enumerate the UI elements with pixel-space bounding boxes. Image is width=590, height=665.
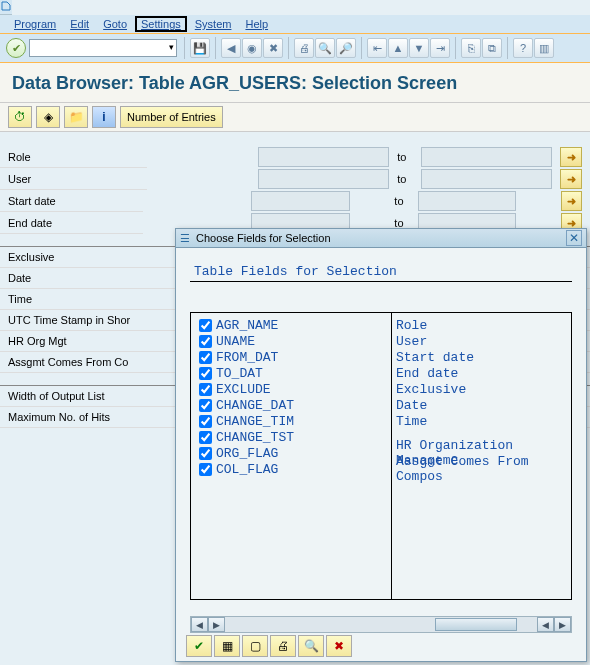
field-desc: Exclusive [396,381,567,397]
app-toolbar: ⏱ ◈ 📁 i Number of Entries [0,102,590,132]
field-checkbox[interactable] [199,399,212,412]
scroll-left-button[interactable]: ◀ [191,617,208,632]
entries-button[interactable]: Number of Entries [120,106,223,128]
field-checkbox[interactable] [199,319,212,332]
field-name: COL_FLAG [216,462,278,477]
deselect-all-button[interactable]: ▢ [242,635,268,657]
menu-goto[interactable]: Goto [97,16,133,32]
field-row: CHANGE_TST [195,429,387,445]
field-name: AGR_NAME [216,318,278,333]
role-multi-button[interactable]: ➜ [560,147,582,167]
cancel-button[interactable]: ✖ [326,635,352,657]
start-from-input[interactable] [251,191,350,211]
enter-button[interactable]: ✔ [6,38,26,58]
first-page-button[interactable]: ⇤ [367,38,387,58]
find-button[interactable]: 🔍 [315,38,335,58]
dialog-icon: ☰ [180,232,192,244]
save-button[interactable]: 💾 [190,38,210,58]
field-name: FROM_DAT [216,350,278,365]
end-label: End date [0,213,143,234]
role-label: Role [0,147,147,168]
menu-help[interactable]: Help [239,16,274,32]
scroll-thumb[interactable] [435,618,517,631]
field-checkbox[interactable] [199,447,212,460]
h-scrollbar[interactable]: ◀ ▶ ◀ ▶ [190,616,572,633]
field-checkbox[interactable] [199,463,212,476]
menu-settings[interactable]: Settings [135,16,187,32]
next-page-button[interactable]: ▼ [409,38,429,58]
field-desc: Role [396,317,567,333]
to-label: to [397,173,421,185]
menu-edit[interactable]: Edit [64,16,95,32]
scroll-left2-button[interactable]: ◀ [537,617,554,632]
field-checkbox[interactable] [199,335,212,348]
layout-button[interactable]: ▥ [534,38,554,58]
window-system-icon[interactable] [0,0,12,15]
start-to-input[interactable] [418,191,517,211]
field-row: CHANGE_TIM [195,413,387,429]
field-desc: Time [396,413,567,429]
field-row: CHANGE_DAT [195,397,387,413]
page-title: Data Browser: Table AGR_USERS: Selection… [0,63,590,102]
start-label: Start date [0,191,143,212]
exit-button[interactable]: ◉ [242,38,262,58]
start-multi-button[interactable]: ➜ [561,191,582,211]
field-checkbox[interactable] [199,383,212,396]
field-checkbox[interactable] [199,351,212,364]
role-to-input[interactable] [421,147,552,167]
field-name: UNAME [216,334,255,349]
extra-label: Exclusive [0,251,178,263]
field-desc: Date [396,397,567,413]
user-multi-button[interactable]: ➜ [560,169,582,189]
field-name: ORG_FLAG [216,446,278,461]
field-name: CHANGE_TST [216,430,294,445]
extra-label: UTC Time Stamp in Shor [0,314,178,326]
execute-button[interactable]: ⏱ [8,106,32,128]
execute-bg-button[interactable]: ◈ [36,106,60,128]
standard-toolbar: ✔ ▾ 💾 ◀ ◉ ✖ 🖨 🔍 🔎 ⇤ ▲ ▼ ⇥ ⎘ ⧉ ? ▥ [0,34,590,63]
scroll-right2-button[interactable]: ▶ [554,617,571,632]
field-checkbox[interactable] [199,431,212,444]
cancel-button[interactable]: ✖ [263,38,283,58]
field-checkbox[interactable] [199,367,212,380]
accept-button[interactable]: ✔ [186,635,212,657]
back-button[interactable]: ◀ [221,38,241,58]
new-session-button[interactable]: ⎘ [461,38,481,58]
shortcut-button[interactable]: ⧉ [482,38,502,58]
help-button[interactable]: ? [513,38,533,58]
field-row: ORG_FLAG [195,445,387,461]
field-desc: Assgmt Comes From Compos [396,461,567,477]
prev-page-button[interactable]: ▲ [388,38,408,58]
dialog-subhead: Table Fields for Selection [190,262,572,282]
print-button[interactable]: 🖨 [294,38,314,58]
menu-bar: Program Edit Goto Settings System Help [0,15,590,34]
print-button[interactable]: 🖨 [270,635,296,657]
field-name: EXCLUDE [216,382,271,397]
find-next-button[interactable]: 🔎 [336,38,356,58]
get-variant-button[interactable]: 📁 [64,106,88,128]
extra-label: Date [0,272,178,284]
dialog-titlebar[interactable]: ☰ Choose Fields for Selection ✕ [176,229,586,248]
search-button[interactable]: 🔍 [298,635,324,657]
field-row: AGR_NAME [195,317,387,333]
menu-system[interactable]: System [189,16,238,32]
command-field[interactable]: ▾ [29,39,177,57]
field-row: EXCLUDE [195,381,387,397]
user-from-input[interactable] [258,169,389,189]
scroll-right-button[interactable]: ▶ [208,617,225,632]
dialog-close-button[interactable]: ✕ [566,230,582,246]
role-from-input[interactable] [258,147,389,167]
choose-fields-dialog: ☰ Choose Fields for Selection ✕ Table Fi… [175,228,587,662]
field-row: FROM_DAT [195,349,387,365]
extra-label: Assgmt Comes From Co [0,356,178,368]
field-checkbox[interactable] [199,415,212,428]
user-label: User [0,169,147,190]
last-page-button[interactable]: ⇥ [430,38,450,58]
info-button[interactable]: i [92,106,116,128]
menu-program[interactable]: Program [8,16,62,32]
select-all-button[interactable]: ▦ [214,635,240,657]
field-desc: User [396,333,567,349]
maxhits-label: Maximum No. of Hits [0,411,178,423]
user-to-input[interactable] [421,169,552,189]
field-desc: Start date [396,349,567,365]
